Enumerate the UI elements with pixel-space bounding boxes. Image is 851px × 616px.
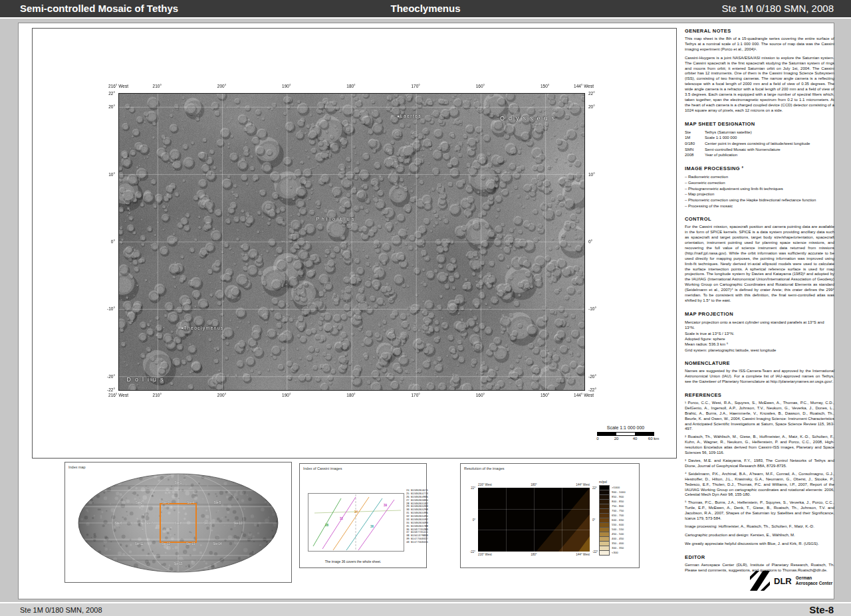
scale-bar: Scale 1:1 000 000 0204060 km: [582, 425, 669, 443]
legend-value: 650 - 700: [612, 514, 624, 517]
scale-tick: 40: [633, 437, 638, 441]
legend-value: 600 - 650: [612, 518, 624, 522]
cassini-index-label: Index of Cassini images: [303, 466, 342, 470]
res-lon-label: 216° West: [478, 553, 492, 556]
longitude-labels-bottom: 216° West210°200°190°180°170°160°150°144…: [118, 393, 584, 399]
legend-row: <300: [599, 550, 626, 555]
lon-label: 150°: [541, 84, 549, 88]
designation-row: 2008Year of publication: [685, 152, 834, 158]
legend-value: >1000: [612, 486, 620, 489]
dlr-abbr: DLR: [774, 576, 792, 586]
reference-entry: ³ Davies, M.E. and Katayama, F.Y., 1983,…: [685, 459, 834, 469]
header-bar: Semi-controlled Mosaic of Tethys Theocly…: [0, 0, 851, 19]
lon-label: 144° West: [574, 84, 594, 88]
legend-value: 500 - 550: [612, 528, 624, 531]
res-lat-label: 0°: [473, 518, 475, 522]
projection-line: Mean radius: 536.3 km ⁵: [685, 342, 834, 347]
lat-label: 10°: [108, 171, 115, 176]
section-heading: CONTROL: [685, 216, 834, 222]
cassini-caption: The image 36 covers the whole sheet.: [300, 560, 406, 564]
resolution-map: [478, 488, 590, 552]
legend-value: 350 - 400: [612, 542, 624, 545]
designation-row: 0/180Center point in degrees consisting …: [685, 141, 834, 147]
cassini-index-inset: Index of Cassini images 2831343639 24 N1…: [299, 463, 427, 568]
res-lat-label: -22°: [470, 550, 475, 554]
res-lon-label: 144° West: [576, 483, 590, 486]
section-heading: MAP PROJECTION: [685, 311, 834, 317]
lon-label: 216° West: [108, 84, 128, 88]
res-lat-label: -22°: [592, 550, 598, 554]
legend-value: 550 - 600: [612, 523, 624, 526]
lon-label: 210°: [153, 84, 162, 88]
resolution-lat-labels-left: 22°0°-22°: [466, 488, 477, 552]
latitude-labels-left: 22°20°10°0°-10°-20°-22°: [93, 93, 117, 389]
reference-entry: ⁴ Seidelmann, P.K., Archinal, B.A., A'he…: [685, 472, 834, 498]
lon-label: 216° West: [108, 393, 128, 397]
lon-label: 190°: [282, 84, 291, 88]
lat-label: -20°: [588, 373, 596, 378]
lon-label: 160°: [476, 84, 485, 88]
lon-label: 160°: [476, 393, 485, 397]
lon-label: 200°: [217, 393, 226, 397]
scale-tick: 20: [614, 437, 619, 441]
lat-label: -22°: [588, 387, 596, 392]
note-paragraph: For the Cassini mission, spacecraft posi…: [685, 225, 834, 304]
legend-swatch: [599, 550, 610, 556]
cassini-image-id: 40 N1477560455: [406, 541, 425, 544]
section-heading: IMAGE PROCESSING ²: [685, 165, 834, 171]
res-lon-label: 180°: [531, 483, 537, 486]
index-map-inset: Index map Ste-1Ste-2Ste-3Ste-4Ste-5Ste-6…: [64, 462, 292, 583]
index-map-globe: [75, 471, 281, 575]
designation-row: 1MScale 1:1 000 000: [685, 135, 834, 141]
note-paragraph: Names are suggested by the ISS-Camera-Te…: [685, 369, 834, 385]
processing-step: – Photogrammetric adjustment using limb-…: [685, 186, 834, 192]
footer-bar: Ste 1M 0/180 SMN, 2008 Ste-8: [0, 602, 851, 616]
footer-designation: Ste 1M 0/180 SMN, 2008: [20, 606, 102, 614]
reference-entry: ¹ Porco, C.C., West, R.A., Squyres, S., …: [685, 401, 834, 432]
resolution-lon-labels-top: 216° West180°144° West: [478, 483, 590, 487]
legend-value: 800 - 850: [612, 500, 624, 503]
marginal-notes: GENERAL NOTESThis map sheet is the 8th o…: [685, 27, 834, 576]
resolution-legend-title: m/pxl: [599, 480, 626, 484]
reference-entry: ² Roatsch, Th., Wählisch, M., Giese, B.,…: [685, 435, 834, 456]
section-heading: MAP SHEET DESIGNATION: [685, 121, 834, 127]
lon-label: 210°: [153, 393, 162, 397]
lat-label: 20°: [588, 104, 595, 109]
legend-value: 700 - 750: [612, 509, 624, 512]
lon-label: 150°: [541, 393, 549, 397]
designation-row: SteTethys (Saturnian satellite): [685, 130, 834, 136]
processing-step: – Radiometric correction: [685, 174, 834, 180]
header-sheet-designation: Ste 1M 0/180 SMN, 2008: [722, 3, 834, 14]
scale-bar-graphic: [597, 432, 654, 436]
lat-label: -10°: [588, 306, 596, 311]
scale-tick-labels: 0204060 km: [598, 437, 654, 443]
projection-line: Mercator projection onto a secant cylind…: [685, 320, 834, 331]
res-lon-label: 180°: [531, 553, 537, 556]
scale-title: Scale 1:1 000 000: [582, 425, 669, 430]
resolution-lon-labels-bottom: 216° West180°144° West: [478, 553, 590, 557]
legend-value: <300: [612, 551, 618, 554]
note-paragraph: Cassini-Huygens is a joint NASA/ESA/ASI …: [685, 56, 834, 114]
note-paragraph: This map sheet is the 8th of a 15-quadra…: [685, 37, 834, 52]
legend-value: 850 - 900: [612, 495, 624, 498]
projection-line: Scale is true at 13°S / 13°N.: [685, 331, 834, 336]
index-map-label: Index map: [68, 465, 86, 469]
resolution-legend: m/pxl >1000900 - 1000850 - 900800 - 8507…: [599, 480, 626, 555]
processing-step: – Map projection: [685, 191, 834, 197]
lat-label: 22°: [108, 91, 115, 96]
footer-sheet-number: Ste-8: [809, 604, 834, 615]
lon-label: 170°: [411, 393, 420, 397]
lon-label: 170°: [411, 84, 420, 88]
resolution-label: Resolution of the images: [464, 466, 505, 470]
reference-entry: ⁵ Thomas, P.C., Burns, J.A., Helfenstein…: [685, 500, 834, 522]
projection-line: Adopted figure: sphere: [685, 336, 834, 342]
legend-value: 300 - 350: [612, 546, 624, 550]
lat-label: 10°: [588, 171, 595, 176]
lat-label: 0°: [588, 239, 592, 244]
lon-label: 180°: [346, 393, 355, 397]
res-lat-label: 0°: [592, 518, 595, 522]
note-paragraph: We greatly appreciate helpful discussion…: [685, 542, 834, 547]
longitude-labels-top: 216° West210°200°190°180°170°160°150°144…: [118, 84, 584, 90]
lat-label: -20°: [107, 373, 115, 378]
designation-row: SMNSemi-controlled Mosaic with Nomenclat…: [685, 147, 834, 153]
